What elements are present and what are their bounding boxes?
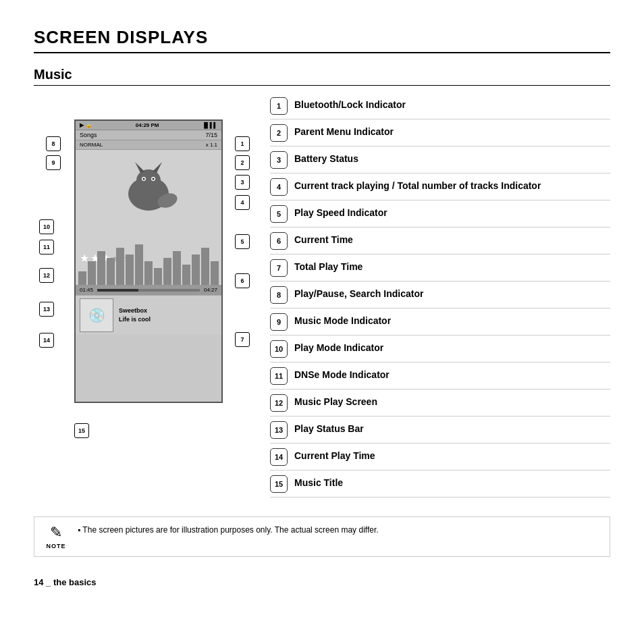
bar-2 [88, 261, 96, 285]
indicator-row-10: 10 Play Mode Indicator [270, 336, 610, 363]
play-mode-text: NORMAL [80, 142, 103, 148]
indicator-text-6: Current Time [294, 232, 353, 246]
callout-7: 7 [235, 332, 250, 347]
indicator-num-13: 13 [270, 421, 288, 439]
indicator-row-1: 1 Bluetooth/Lock Indicator [270, 92, 610, 119]
time-total: 04:27 [204, 287, 217, 293]
callout-10: 10 [39, 219, 54, 234]
svg-point-1 [136, 169, 161, 191]
callout-3: 3 [235, 175, 250, 190]
svg-marker-2 [135, 162, 144, 173]
album-art: 💿 [80, 298, 113, 332]
indicator-row-3: 3 Battery Status [270, 146, 610, 173]
callout-2: 2 [235, 155, 250, 170]
indicator-text-10: Play Mode Indicator [294, 340, 383, 354]
indicator-row-8: 8 Play/Pause, Search Indicator [270, 281, 610, 308]
indicator-text-7: Total Play Time [294, 259, 363, 273]
callout-12: 12 [39, 268, 54, 283]
time-current: 01:45 [80, 287, 93, 293]
screen-battery: ▐▌▌▌ [202, 122, 217, 128]
bar-1 [78, 271, 86, 285]
indicator-row-4: 4 Current track playing / Total number o… [270, 173, 610, 200]
indicator-num-9: 9 [270, 313, 288, 331]
track-title-line1: Sweetbox [119, 306, 151, 315]
indicator-row-9: 9 Music Mode Indicator [270, 308, 610, 336]
indicator-num-1: 1 [270, 97, 288, 115]
callout-1: 1 [235, 136, 250, 151]
callout-11: 11 [39, 240, 54, 254]
bar-15 [211, 261, 219, 285]
screen-progress-bar: 01:45 04:27 [76, 285, 221, 295]
indicator-row-6: 6 Current Time [270, 227, 610, 254]
svg-point-7 [143, 178, 145, 180]
content-area: ▶ 🔒 04:29 PM ▐▌▌▌ Songs 7/15 NORMAL x 1.… [34, 92, 610, 498]
indicator-num-4: 4 [270, 178, 288, 196]
svg-point-8 [153, 178, 155, 180]
indicator-text-11: DNSe Mode Indicator [294, 367, 390, 381]
indicator-row-13: 13 Play Status Bar [270, 417, 610, 444]
indicator-num-8: 8 [270, 286, 288, 304]
note-section: ✎ NOTE ▪ The screen pictures are for ill… [34, 516, 610, 557]
indicator-list: 1 Bluetooth/Lock Indicator 2 Parent Menu… [270, 92, 610, 498]
indicator-row-2: 2 Parent Menu Indicator [270, 119, 610, 146]
indicator-text-12: Music Play Screen [294, 394, 377, 408]
note-icon-container: ✎ NOTE [43, 524, 70, 549]
fox-icon [115, 157, 182, 224]
page-title: SCREEN DISPLAYS [34, 27, 610, 53]
progress-track [97, 289, 200, 292]
screen-track-info: Songs 7/15 [76, 130, 221, 140]
progress-fill [97, 289, 138, 292]
callout-6: 6 [235, 273, 250, 288]
indicator-row-11: 11 DNSe Mode Indicator [270, 363, 610, 390]
screen-time: 04:29 PM [136, 122, 159, 128]
track-label: Songs [80, 132, 97, 138]
note-text: ▪ The screen pictures are for illustrati… [78, 524, 379, 536]
bar-12 [182, 265, 190, 285]
indicator-num-14: 14 [270, 448, 288, 466]
indicator-text-9: Music Mode Indicator [294, 313, 391, 327]
svg-marker-3 [153, 162, 162, 173]
indicator-num-12: 12 [270, 394, 288, 412]
indicator-num-15: 15 [270, 475, 288, 493]
indicator-num-5: 5 [270, 205, 288, 223]
lock-icon: 🔒 [86, 122, 92, 128]
screen-art-area: ★ ★ ★ ★ ★ [76, 150, 221, 285]
bar-11 [173, 251, 181, 285]
indicator-num-3: 3 [270, 151, 288, 169]
bar-5 [116, 248, 124, 285]
bar-4 [107, 258, 115, 285]
album-art-icon: 💿 [88, 307, 105, 323]
indicator-text-15: Music Title [294, 475, 343, 489]
indicator-num-7: 7 [270, 259, 288, 277]
screen-top-bar: ▶ 🔒 04:29 PM ▐▌▌▌ [76, 121, 221, 130]
callout-4: 4 [235, 195, 250, 210]
track-info-text: Sweetbox Life is cool [119, 306, 151, 323]
indicator-text-5: Play Speed Indicator [294, 205, 387, 219]
footer: 14 _ the basics [34, 577, 610, 587]
indicator-num-6: 6 [270, 232, 288, 250]
bar-14 [201, 248, 209, 285]
indicator-num-2: 2 [270, 124, 288, 142]
bar-13 [192, 254, 200, 285]
indicator-row-14: 14 Current Play Time [270, 444, 610, 471]
track-current-total: 7/15 [205, 132, 217, 138]
indicator-text-3: Battery Status [294, 151, 358, 165]
note-label: NOTE [46, 543, 65, 549]
indicator-num-11: 11 [270, 367, 288, 385]
callout-5: 5 [235, 234, 250, 249]
indicator-row-7: 7 Total Play Time [270, 254, 610, 281]
play-icon: ▶ [80, 122, 84, 128]
indicator-text-13: Play Status Bar [294, 421, 364, 435]
indicator-text-1: Bluetooth/Lock Indicator [294, 97, 406, 111]
screen-icons: ▶ 🔒 [80, 122, 92, 128]
indicator-text-8: Play/Pause, Search Indicator [294, 286, 423, 300]
indicator-row-15: 15 Music Title [270, 471, 610, 498]
section-title: Music [34, 67, 610, 86]
indicator-text-2: Parent Menu Indicator [294, 124, 394, 138]
device-screen: ▶ 🔒 04:29 PM ▐▌▌▌ Songs 7/15 NORMAL x 1.… [74, 119, 223, 403]
indicator-row-5: 5 Play Speed Indicator [270, 200, 610, 227]
track-title-line2: Life is cool [119, 315, 151, 324]
callout-15: 15 [74, 423, 89, 438]
bar-9 [154, 268, 162, 285]
screen-bottom: 💿 Sweetbox Life is cool [76, 295, 221, 335]
